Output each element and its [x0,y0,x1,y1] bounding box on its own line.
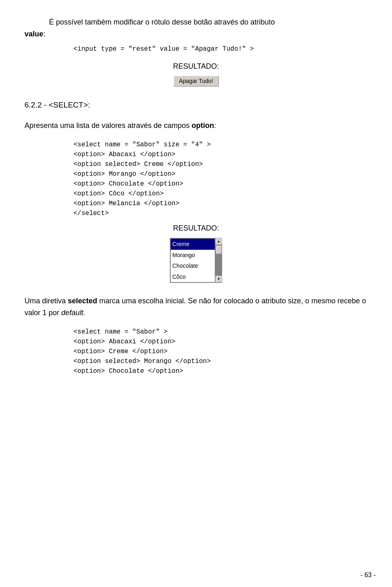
paragraph-selected: Uma diretiva selected marca uma escolha … [24,295,368,319]
para-bold-selected: selected [68,297,97,305]
section-title-622: 6.2.2 - <SELECT>: [24,99,368,111]
code3-line-option-chocolate: <option> Chocolate </option> [74,366,368,376]
page-number: - 63 - [361,571,376,579]
code3-line-option-creme: <option> Creme </option> [74,347,368,356]
code-line-option-abacaxi: <option> Abacaxi </option> [74,150,368,159]
code3-line-option-abacaxi: <option> Abacaxi </option> [74,337,368,347]
code-line-option-coco: <option> Côco </option> [74,189,368,199]
scrollbar: ▲ ▼ [215,238,222,282]
code-line-option-chocolate: <option> Chocolate </option> [74,179,368,189]
intro-paragraph: É possível também modificar o rótulo des… [24,16,368,40]
select-demo-container: Creme Morango Chocolate Côco ▲ ▼ [24,238,368,283]
intro-bold-word: value [24,30,43,38]
code-line-select-open: <select name = "Sabor" size = "4" > [74,140,368,150]
apagar-tudo-button[interactable]: Apagar Tudo! [173,75,219,87]
list-item-coco[interactable]: Côco [171,271,215,282]
section-description: Apresenta uma lista de valores através d… [24,120,368,132]
intro-text-before-bold: É possível também modificar o rótulo des… [49,18,275,26]
page-content: É possível também modificar o rótulo des… [24,16,368,376]
button-demo-container: Apagar Tudo! [24,75,368,87]
select-list[interactable]: Creme Morango Chocolate Côco [170,238,215,282]
list-item-morango[interactable]: Morango [171,250,215,260]
desc-before-bold: Apresenta uma lista de valores através d… [24,121,189,130]
code-line-option-morango: <option> Morango </option> [74,169,368,179]
scroll-thumb[interactable] [216,246,222,254]
para-before-bold: Uma diretiva [24,297,66,305]
code-line-option-melancia: <option> Melancia </option> [74,199,368,208]
code-line-1: <input type = "reset" value = "Apagar Tu… [74,45,254,53]
code-block-1: <input type = "reset" value = "Apagar Tu… [74,44,368,54]
code-block-3: <select name = "Sabor" > <option> Abacax… [74,327,368,376]
code3-line-option-morango: <option selected> Morango </option> [74,356,368,366]
desc-bold-word: option [192,121,214,130]
code-block-2: <select name = "Sabor" size = "4" > <opt… [74,140,368,218]
code-line-option-creme: <option selected> Creme </option> [74,159,368,169]
list-item-chocolate[interactable]: Chocolate [171,260,215,271]
scroll-track [216,245,222,276]
scroll-down-arrow[interactable]: ▼ [216,276,222,282]
resultado-label-2: RESULTADO: [24,222,368,234]
resultado-label-1: RESULTADO: [24,60,368,72]
section-number-title: 6.2.2 - <SELECT>: [24,101,90,109]
select-visual: Creme Morango Chocolate Côco ▲ ▼ [170,238,222,283]
para-italic-default: default [61,309,83,317]
scroll-up-arrow[interactable]: ▲ [216,238,222,245]
code-line-select-close: </select> [74,208,368,218]
code3-line-select-open: <select name = "Sabor" > [74,327,368,337]
list-item-creme[interactable]: Creme [171,239,215,249]
